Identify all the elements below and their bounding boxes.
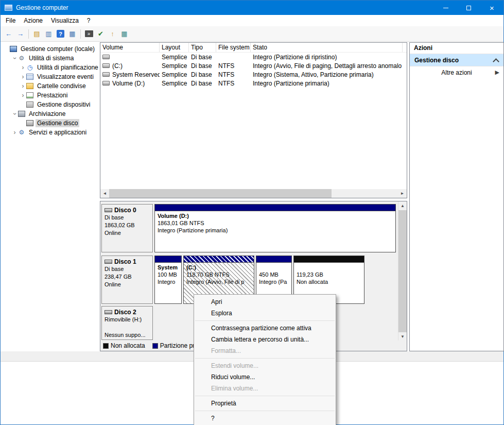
tree-item-gestione-dispositivi[interactable]: Gestione dispositivi bbox=[1, 100, 99, 109]
tree-item-utilit-di-sistema[interactable]: ›Utilità di sistema bbox=[1, 54, 99, 63]
tree-item-label: Visualizzatore eventi bbox=[36, 73, 95, 81]
collapse-chevron-icon[interactable] bbox=[493, 58, 499, 65]
legend-label: Non allocata bbox=[111, 342, 145, 349]
partition-status: Integro (Pa bbox=[259, 278, 289, 285]
vertical-scrollbar[interactable]: ▲ ▼ bbox=[398, 201, 407, 341]
partition-title bbox=[297, 264, 361, 271]
scroll-down-icon[interactable]: ▼ bbox=[398, 332, 407, 341]
maximize-button[interactable] bbox=[457, 1, 480, 15]
console-tree: Gestione computer (locale)›Utilità di si… bbox=[1, 42, 99, 350]
tree-item-visualizzatore-eventi[interactable]: ›Visualizzatore eventi bbox=[1, 72, 99, 81]
tree-item-prestazioni[interactable]: ›Prestazioni bbox=[1, 91, 99, 100]
disk-management-icon bbox=[26, 120, 33, 126]
disk-header-disco-0[interactable]: Disco 0Di base1863,02 GBOnline bbox=[101, 204, 153, 252]
disk-header-disco-1[interactable]: Disco 1Di base238,47 GBOnline bbox=[101, 256, 153, 304]
toolbar-separator bbox=[80, 29, 81, 39]
collapse-arrow-icon[interactable]: › bbox=[11, 55, 19, 62]
cell-stato: Integro (Avvio, File di paging, Dettagli… bbox=[251, 62, 403, 70]
context-menu-item-help[interactable]: ? bbox=[194, 413, 336, 424]
tree-item-label: Archiviazione bbox=[27, 110, 67, 118]
volume-row-system-reserved[interactable]: System ReservedSempliceDi baseNTFSIntegr… bbox=[100, 70, 407, 79]
scrollbar-thumb[interactable] bbox=[398, 210, 407, 332]
tree-item-servizi-e-applicazioni[interactable]: ›Servizi e applicazioni bbox=[1, 128, 99, 137]
disk-row-disco-0: Disco 0Di base1863,02 GBOnlineVolume (D:… bbox=[101, 204, 397, 252]
tree-item-utilit-di-pianificazione[interactable]: ›Utilità di pianificazione bbox=[1, 63, 99, 72]
forward-icon[interactable]: → bbox=[14, 28, 26, 40]
horizontal-scrollbar[interactable]: ◄ ► bbox=[100, 189, 407, 198]
tree-item-gestione-disco[interactable]: Gestione disco bbox=[1, 118, 99, 128]
tree-item-label: Utilità di pianificazione bbox=[36, 63, 99, 72]
volume-name: (C:) bbox=[112, 62, 123, 70]
expand-arrow-icon[interactable]: › bbox=[20, 73, 26, 80]
shared-folders-icon bbox=[26, 83, 33, 89]
volume-row-c[interactable]: (C:)SempliceDi baseNTFSIntegro (Avvio, F… bbox=[100, 61, 407, 70]
menu-help[interactable]: ? bbox=[83, 15, 95, 26]
context-menu-item-formatta: Formatta... bbox=[194, 345, 336, 356]
scroll-up-icon[interactable]: ▲ bbox=[398, 201, 407, 210]
partition-volume-d[interactable]: Volume (D:)1863,01 GB NTFSIntegro (Parti… bbox=[154, 204, 396, 252]
scrollbar-thumb[interactable] bbox=[109, 189, 332, 198]
volume-list-rows: SempliceDi baseIntegro (Partizione di ri… bbox=[100, 53, 407, 88]
check-icon[interactable]: ✔ bbox=[95, 28, 107, 40]
tree-item-label: Prestazioni bbox=[36, 91, 69, 99]
expand-arrow-icon[interactable]: › bbox=[20, 64, 26, 71]
properties-icon[interactable]: ▥ bbox=[43, 28, 55, 40]
expand-arrow-icon[interactable]: › bbox=[11, 129, 18, 136]
scroll-right-icon[interactable]: ► bbox=[398, 189, 407, 198]
cell-stato: Integro (Partizione di ripristino) bbox=[251, 54, 403, 61]
context-menu-item-apri[interactable]: Apri bbox=[194, 296, 336, 308]
context-menu-item-propriet[interactable]: Proprietà bbox=[194, 398, 336, 409]
actions-more-actions[interactable]: Altre azioni ▶ bbox=[410, 66, 503, 78]
tree-item-gestione-computer-locale[interactable]: Gestione computer (locale) bbox=[1, 44, 99, 54]
system-tools-icon bbox=[18, 55, 25, 61]
help-icon[interactable]: ? bbox=[55, 28, 66, 40]
collapse-arrow-icon[interactable]: › bbox=[11, 111, 19, 117]
menu-azione[interactable]: Azione bbox=[20, 15, 47, 26]
context-menu-item-cambia-lettera-e-percorso-di-unit[interactable]: Cambia lettera e percorso di unità... bbox=[194, 334, 336, 345]
toolbar: ←→▤▥?▦»✔↑▦ bbox=[1, 26, 503, 42]
disk-header-disco-2[interactable]: Disco 2Rimovibile (H:)Nessun suppo... bbox=[101, 306, 153, 340]
cell-layout: Semplice bbox=[160, 54, 189, 61]
column-header-volume[interactable]: Volume bbox=[100, 43, 160, 52]
close-button[interactable]: × bbox=[480, 1, 503, 15]
partition-status: Non allocata bbox=[297, 278, 361, 285]
column-header-tipo[interactable]: Tipo bbox=[189, 43, 216, 52]
back-icon[interactable]: ← bbox=[3, 28, 14, 40]
tree-item-cartelle-condivise[interactable]: ›Cartelle condivise bbox=[1, 81, 99, 91]
scroll-left-icon[interactable]: ◄ bbox=[100, 189, 109, 198]
expand-arrow-icon[interactable]: › bbox=[20, 92, 26, 99]
tree-item-archiviazione[interactable]: ›Archiviazione bbox=[1, 109, 99, 118]
disk-info-line: 1863,02 GB bbox=[105, 222, 150, 229]
column-header-layout[interactable]: Layout bbox=[160, 43, 189, 52]
disk-icon bbox=[105, 310, 112, 314]
menu-separator bbox=[195, 411, 335, 411]
context-menu-item-riduci-volume[interactable]: Riduci volume... bbox=[194, 371, 336, 383]
partition-system[interactable]: System100 MBIntegro bbox=[154, 256, 182, 304]
disk-name-label: Disco 2 bbox=[114, 309, 136, 316]
titlebar[interactable]: Gestione computer × bbox=[1, 1, 503, 15]
column-header-file-system[interactable]: File system bbox=[216, 43, 251, 52]
volume-row[interactable]: SempliceDi baseIntegro (Partizione di ri… bbox=[100, 53, 407, 61]
partition-status: Integro (Partizione primaria) bbox=[158, 227, 393, 234]
volume-row-volume-d[interactable]: Volume (D:)SempliceDi baseNTFSIntegro (P… bbox=[100, 79, 407, 88]
context-menu-item-contrassegna-partizione-come-attiva[interactable]: Contrassegna partizione come attiva bbox=[194, 322, 336, 334]
minimize-button[interactable] bbox=[434, 1, 457, 15]
expand-arrow-icon[interactable]: › bbox=[20, 82, 26, 90]
menu-separator bbox=[195, 320, 335, 321]
actions-section-disk-management[interactable]: Gestione disco bbox=[410, 54, 503, 66]
menu-file[interactable]: File bbox=[2, 15, 20, 26]
menu-visualizza[interactable]: Visualizza bbox=[47, 15, 83, 26]
export-icon[interactable]: ▤ bbox=[31, 28, 43, 40]
cell-tipo: Di base bbox=[189, 80, 216, 87]
context-menu-item-esplora[interactable]: Esplora bbox=[194, 308, 336, 319]
disk-info-line bbox=[105, 324, 150, 331]
cell-layout: Semplice bbox=[160, 80, 189, 87]
prompt-icon[interactable]: » bbox=[83, 28, 95, 40]
window-controls: × bbox=[434, 1, 503, 15]
column-header-stato[interactable]: Stato bbox=[251, 43, 403, 52]
up-folder-icon[interactable]: ↑ bbox=[107, 28, 118, 40]
views-icon[interactable]: ▦ bbox=[118, 28, 130, 40]
event-viewer-icon bbox=[26, 74, 33, 80]
console-window-icon[interactable]: ▦ bbox=[66, 28, 78, 40]
partition-title: System bbox=[158, 264, 179, 271]
